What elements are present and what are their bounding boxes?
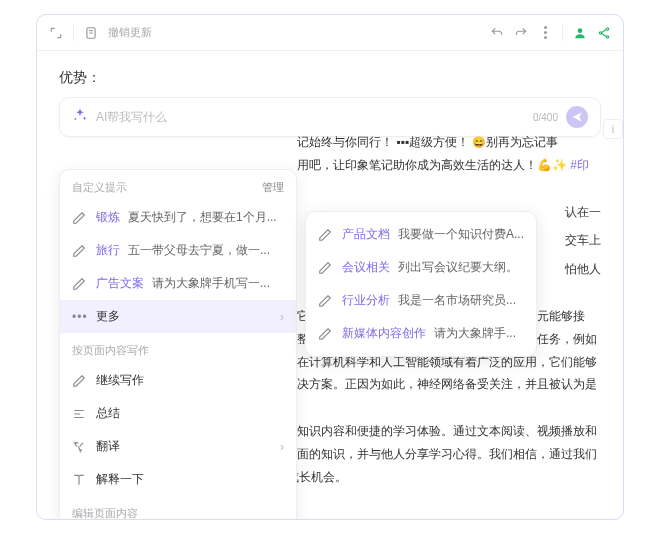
sub-item-product-doc[interactable]: 产品文档 我要做一个知识付费A...	[306, 218, 536, 251]
prompt-item-more[interactable]: ••• 更多 ›	[60, 300, 296, 333]
sub-item-newmedia[interactable]: 新媒体内容创作 请为大象牌手...	[306, 317, 536, 350]
svg-point-3	[599, 31, 601, 33]
prompt-item-ad[interactable]: 广告文案 请为大象牌手机写一...	[60, 267, 296, 300]
ai-placeholder: AI帮我写什么	[96, 109, 525, 126]
ellipsis-icon: •••	[72, 310, 88, 324]
svg-point-4	[606, 35, 608, 37]
pencil-icon	[72, 244, 88, 258]
send-button[interactable]	[566, 106, 588, 128]
divider	[73, 25, 74, 41]
char-counter: 0/400	[533, 112, 558, 123]
app-window: 撤销更新 优势： AI帮我写什么 0/400 i 记始终与你同行！ ▪▪▪超级方…	[36, 14, 624, 520]
ai-suggestions-menu: 自定义提示 管理 锻炼 夏天快到了，想要在1个月... 旅行 五一带父母去宁夏，…	[59, 169, 297, 519]
svg-point-2	[606, 27, 608, 29]
action-explain[interactable]: 解释一下	[60, 463, 296, 496]
manage-link[interactable]: 管理	[262, 180, 284, 195]
continue-icon	[72, 374, 88, 388]
more-icon[interactable]	[538, 26, 552, 40]
pencil-icon	[318, 261, 334, 275]
info-icon[interactable]: i	[603, 119, 623, 139]
more-submenu: 产品文档 我要做一个知识付费A... 会议相关 列出写会议纪要大纲。 行业分析 …	[305, 211, 537, 357]
topbar: 撤销更新	[37, 15, 623, 51]
pencil-icon	[72, 277, 88, 291]
prompt-item-exercise[interactable]: 锻炼 夏天快到了，想要在1个月...	[60, 201, 296, 234]
action-translate[interactable]: 翻译 ›	[60, 430, 296, 463]
content-area: 优势： AI帮我写什么 0/400 i 记始终与你同行！ ▪▪▪超级方便！ 😄别…	[37, 51, 623, 519]
pencil-icon	[318, 294, 334, 308]
sparkle-icon	[72, 107, 88, 127]
action-continue-writing[interactable]: 继续写作	[60, 364, 296, 397]
user-icon[interactable]	[573, 26, 587, 40]
svg-point-1	[578, 28, 583, 33]
sub-item-industry[interactable]: 行业分析 我是一名市场研究员...	[306, 284, 536, 317]
prompt-item-travel[interactable]: 旅行 五一带父母去宁夏，做一...	[60, 234, 296, 267]
section-heading: 优势：	[59, 69, 601, 87]
edit-page-header: 编辑页面内容	[60, 496, 296, 519]
pencil-icon	[72, 211, 88, 225]
chevron-right-icon: ›	[280, 310, 284, 324]
book-icon	[72, 473, 88, 487]
translate-icon	[72, 440, 88, 454]
custom-prompts-header: 自定义提示 管理	[60, 170, 296, 201]
sub-item-meeting[interactable]: 会议相关 列出写会议纪要大纲。	[306, 251, 536, 284]
redo-icon[interactable]	[514, 26, 528, 40]
chevron-right-icon: ›	[280, 440, 284, 454]
summary-icon	[72, 407, 88, 421]
pencil-icon	[318, 228, 334, 242]
expand-icon[interactable]	[49, 26, 63, 40]
undo-label[interactable]: 撤销更新	[108, 25, 152, 40]
pencil-icon	[318, 327, 334, 341]
undo-icon[interactable]	[490, 26, 504, 40]
page-writing-header: 按页面内容写作	[60, 333, 296, 364]
action-summary[interactable]: 总结	[60, 397, 296, 430]
divider	[562, 25, 563, 41]
document-icon[interactable]	[84, 26, 98, 40]
share-icon[interactable]	[597, 26, 611, 40]
